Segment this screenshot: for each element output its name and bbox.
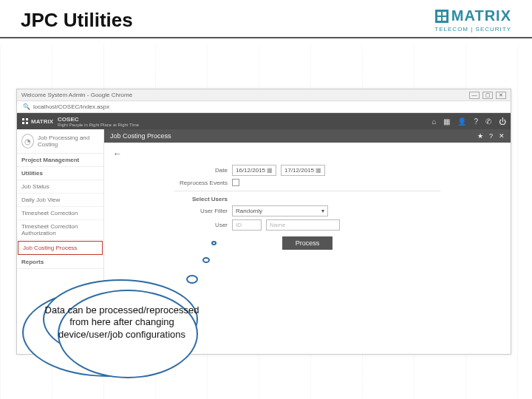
star-icon[interactable]: ★: [477, 132, 483, 140]
app-tagline: Right People in Right Place at Right Tim…: [58, 123, 139, 127]
user-icon[interactable]: 👤: [457, 117, 466, 126]
chevron-down-icon: ▾: [321, 208, 324, 214]
home-icon[interactable]: ⌂: [432, 117, 436, 126]
sidebar-section-pm[interactable]: Project Management: [17, 154, 103, 167]
date-label: Date: [174, 167, 228, 174]
user-name-placeholder: Name: [270, 222, 285, 228]
cloud-dot-icon: [186, 275, 198, 284]
user-id-input[interactable]: ID: [232, 219, 262, 231]
user-filter-value: Randomly: [236, 208, 262, 214]
user-filter-select[interactable]: Randomly ▾: [232, 205, 328, 216]
sidebar-item-job-status[interactable]: Job Status: [17, 180, 103, 194]
brand-logo: MATRIX TELECOM | SECURITY: [434, 7, 511, 33]
help-icon[interactable]: ?: [474, 117, 478, 126]
sidebar-module-label: Job Processing and Costing: [38, 134, 99, 148]
sidebar-item-daily-job-view[interactable]: Daily Job View: [17, 194, 103, 207]
url-search-icon: 🔍: [23, 103, 30, 110]
cloud-dot-icon: [211, 241, 216, 245]
app-top-bar: MATRIX COSEC Right People in Right Place…: [17, 113, 511, 129]
date-from-input[interactable]: 16/12/2015 ▦: [232, 165, 276, 176]
app-logo: MATRIX: [21, 117, 53, 125]
sidebar-item-timesheet-auth[interactable]: Timesheet Correction Authorization: [17, 220, 103, 240]
sidebar-section-utilities[interactable]: Utilities: [17, 167, 103, 180]
browser-titlebar: Welcome System Admin - Google Chrome — ▢…: [17, 89, 511, 101]
user-label: User: [174, 222, 228, 228]
reprocess-checkbox[interactable]: [232, 179, 239, 186]
sidebar-module[interactable]: ◔ Job Processing and Costing: [17, 129, 103, 154]
process-button[interactable]: Process: [282, 236, 333, 250]
callout-text: Data can be processed/reprocessed from h…: [44, 304, 200, 341]
panel-help-icon[interactable]: ?: [489, 132, 493, 140]
panel-title: Job Costing Process: [110, 132, 171, 140]
panel-title-bar: Job Costing Process ★ ? ✕: [104, 129, 511, 143]
app-logo-text: MATRIX: [31, 118, 53, 125]
sidebar-section-reports[interactable]: Reports: [17, 256, 103, 269]
browser-url-bar[interactable]: 🔍 localhost/COSEC/Index.aspx: [17, 101, 511, 113]
back-button[interactable]: ←: [113, 149, 502, 159]
sidebar-item-timesheet-correction[interactable]: Timesheet Correction: [17, 207, 103, 220]
select-users-label: Select Users: [174, 196, 228, 202]
panel-close-icon[interactable]: ✕: [499, 132, 505, 140]
slide-header: JPC Utilities MATRIX TELECOM | SECURITY: [0, 0, 532, 38]
sidebar-item-job-costing-process[interactable]: Job Costing Process: [18, 241, 103, 255]
date-to-value: 17/12/2015: [284, 167, 314, 174]
brand-subtitle: TELECOM | SECURITY: [434, 26, 511, 33]
brand-name: MATRIX: [451, 7, 511, 24]
power-icon[interactable]: ⏻: [499, 117, 506, 126]
browser-tab-title: Welcome System Admin - Google Chrome: [21, 92, 132, 98]
slide-title: JPC Utilities: [21, 9, 133, 32]
calendar-icon[interactable]: ▦: [316, 167, 321, 174]
close-icon[interactable]: ✕: [496, 92, 506, 99]
cloud-dot-icon: [202, 257, 210, 263]
callout-cloud: Data can be processed/reprocessed from h…: [22, 275, 207, 378]
calendar-icon[interactable]: ▦: [267, 167, 273, 174]
url-text: localhost/COSEC/Index.aspx: [33, 103, 109, 110]
app-logo-icon: [21, 117, 29, 125]
maximize-icon[interactable]: ▢: [482, 92, 493, 99]
brand-mark-icon: [435, 10, 449, 23]
user-name-input[interactable]: Name: [266, 219, 340, 231]
module-icon: ◔: [21, 134, 34, 149]
minimize-icon[interactable]: —: [469, 92, 480, 99]
phone-icon[interactable]: ✆: [485, 117, 491, 126]
apps-icon[interactable]: ▦: [443, 117, 450, 126]
reprocess-label: Reprocess Events: [174, 180, 228, 186]
window-controls: — ▢ ✕: [469, 92, 506, 99]
date-to-input[interactable]: 17/12/2015 ▦: [281, 165, 325, 176]
app-product: COSEC: [58, 116, 139, 123]
date-from-value: 16/12/2015: [236, 167, 265, 174]
user-filter-label: User Filter: [174, 208, 228, 214]
user-id-placeholder: ID: [236, 222, 242, 228]
